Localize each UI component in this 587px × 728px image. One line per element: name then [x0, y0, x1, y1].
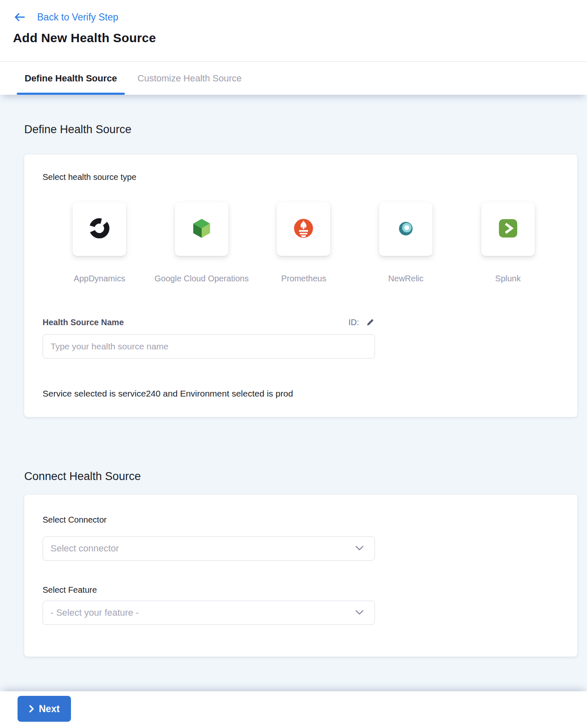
select-feature-label: Select Feature — [43, 585, 559, 595]
define-section-heading: Define Health Source — [24, 95, 577, 136]
google-cloud-operations-tile[interactable] — [175, 202, 228, 256]
back-row: Back to Verify Step — [13, 10, 587, 24]
health-source-name-input[interactable] — [43, 334, 375, 359]
page-title: Add New Health Source — [13, 31, 587, 45]
tile-label: Prometheus — [281, 273, 326, 283]
tab-define-health-source[interactable]: Define Health Source — [25, 62, 117, 95]
back-arrow-icon[interactable] — [14, 12, 25, 23]
splunk-icon — [497, 217, 519, 241]
tile-label: NewRelic — [388, 273, 423, 283]
connector-select[interactable]: Select connector — [43, 536, 375, 561]
next-button-label: Next — [39, 703, 60, 715]
feature-select-placeholder: - Select your feature - — [51, 607, 139, 618]
chevron-down-icon — [355, 609, 364, 617]
feature-select[interactable]: - Select your feature - — [43, 601, 375, 625]
connect-card: Select Connector Select connector Select… — [24, 495, 577, 657]
tab-bar: Define Health Source Customize Health So… — [0, 62, 587, 95]
appdynamics-tile[interactable] — [73, 202, 126, 256]
select-connector-label: Select Connector — [43, 515, 559, 525]
tile-label: AppDynamics — [74, 273, 125, 283]
google-cloud-operations-icon — [190, 217, 213, 242]
connector-select-placeholder: Select connector — [51, 543, 119, 554]
edit-id-pencil-icon[interactable] — [366, 318, 375, 327]
connect-section-heading: Connect Health Source — [24, 417, 577, 483]
tile-google-cloud-operations: Google Cloud Operations — [151, 202, 253, 283]
appdynamics-icon — [88, 217, 111, 241]
prometheus-tile[interactable] — [277, 202, 330, 256]
service-environment-note: Service selected is service240 and Envir… — [43, 389, 559, 399]
prometheus-icon — [292, 217, 315, 242]
tile-prometheus: Prometheus — [253, 202, 355, 283]
id-wrap: ID: — [348, 318, 375, 327]
tile-appdynamics: AppDynamics — [48, 202, 151, 283]
newrelic-tile[interactable] — [379, 202, 433, 256]
id-label: ID: — [348, 318, 359, 327]
tile-label: Splunk — [495, 273, 521, 283]
footer-bar: Next — [0, 691, 587, 728]
newrelic-icon — [395, 217, 417, 241]
page-header: Back to Verify Step Add New Health Sourc… — [0, 0, 587, 62]
tile-label: Google Cloud Operations — [154, 273, 249, 283]
health-source-name-label: Health Source Name — [43, 318, 124, 327]
next-button[interactable]: Next — [18, 696, 71, 722]
tab-customize-health-source[interactable]: Customize Health Source — [137, 62, 241, 95]
chevron-down-icon — [355, 545, 364, 552]
tile-splunk: Splunk — [457, 202, 559, 283]
tile-newrelic: NewRelic — [355, 202, 457, 283]
chevron-right-icon — [29, 705, 34, 713]
main-content: Define Health Source Select health sourc… — [0, 95, 587, 691]
splunk-tile[interactable] — [481, 202, 535, 256]
back-to-verify-link[interactable]: Back to Verify Step — [37, 12, 118, 23]
health-source-name-row: Health Source Name ID: — [43, 316, 375, 329]
define-card: Select health source type AppDynamics — [24, 154, 577, 417]
health-source-tiles: AppDynamics Google Cloud Operations — [48, 202, 559, 283]
select-type-label: Select health source type — [43, 172, 559, 182]
